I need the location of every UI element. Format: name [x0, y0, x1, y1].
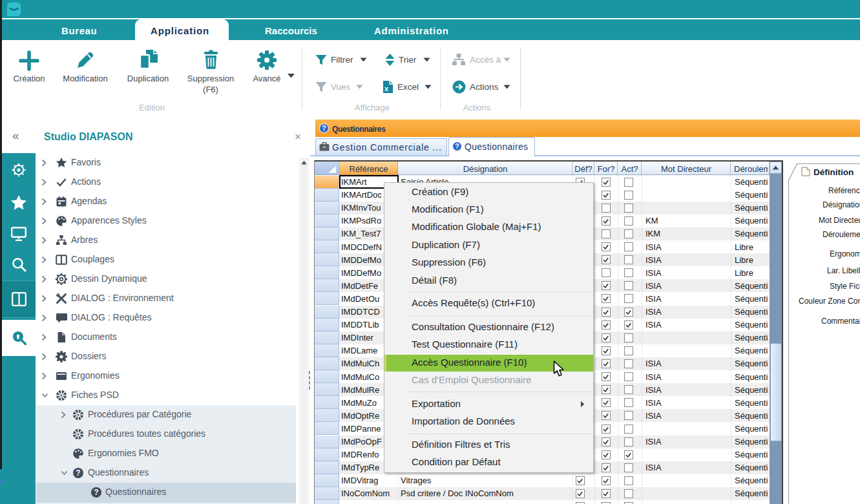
svg-text:?: ? [322, 124, 326, 132]
svg-text:?: ? [455, 142, 459, 150]
svg-text:x: x [384, 85, 389, 92]
svg-text:?: ? [76, 468, 80, 478]
svg-text:?: ? [94, 488, 98, 497]
